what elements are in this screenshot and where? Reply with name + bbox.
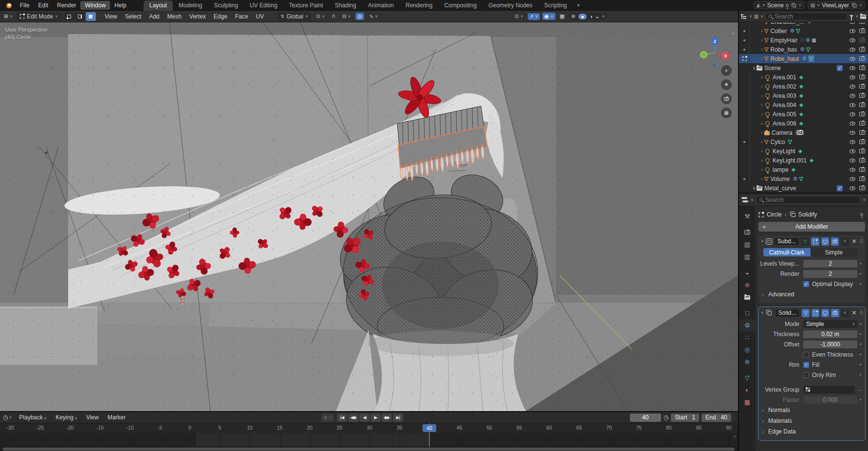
outliner-display-mode-icon[interactable] (741, 14, 747, 19)
snap-with-dropdown[interactable]: ⊟ ∨ (340, 13, 352, 20)
outliner-row-keylight-001[interactable]: ›KeyLight.001◈ (739, 156, 868, 165)
invert-vertex-group-icon[interactable]: ↔ (855, 387, 864, 392)
transform-orientation-dropdown[interactable]: ↯ Global ∨ (277, 12, 311, 21)
disclosure-icon[interactable]: ∨ (752, 65, 757, 71)
hide-viewport-eye-icon[interactable] (850, 159, 855, 162)
current-frame-field[interactable]: 40 (630, 414, 661, 422)
sidebar-collapse-arrow[interactable]: ‹ (732, 30, 734, 36)
close-icon[interactable]: ✕ (851, 309, 858, 316)
tab-output[interactable]: ▤ (739, 238, 756, 251)
advanced-section[interactable]: › Advanced (758, 289, 865, 300)
viewport-menu-select[interactable]: Select (121, 12, 145, 21)
disclosure-icon[interactable]: › (759, 158, 764, 163)
hide-viewport-eye-icon[interactable] (850, 186, 855, 190)
snap-toggle[interactable]: ∪ (330, 13, 337, 20)
hide-viewport-eye-icon[interactable] (850, 29, 855, 33)
proportional-falloff-dropdown[interactable]: ∿ ∨ (367, 13, 380, 20)
viewport-menu-face[interactable]: Face (231, 12, 252, 21)
pin-icon[interactable] (860, 213, 863, 216)
animate-dot-icon[interactable]: • (857, 331, 864, 337)
outliner-row-area-004[interactable]: ›Area.004◈ (739, 100, 868, 109)
solid-shading-button[interactable]: ● (578, 14, 587, 19)
jump-start-button[interactable]: |◀ (337, 414, 347, 422)
hide-viewport-eye-icon[interactable] (850, 38, 855, 42)
vertex-group-field[interactable] (803, 386, 855, 394)
offset-field[interactable]: -1.0000 (803, 341, 857, 348)
disclosure-icon[interactable]: › (759, 37, 764, 43)
outliner-row-cylco[interactable]: ›▽Cylco▽ (739, 137, 868, 146)
outliner-row-robe-haut[interactable]: ›▽Robe_haut⚙▽ (739, 54, 868, 63)
materials-section[interactable]: ›Materials (758, 415, 865, 426)
disclosure-icon[interactable]: › (759, 28, 764, 34)
edit-cage-toggle[interactable]: ▽ (802, 309, 810, 317)
timeline-menu-playback[interactable]: Playback ∨ (15, 413, 51, 422)
menu-file[interactable]: File (16, 1, 34, 10)
disclosure-icon[interactable]: › (759, 93, 764, 98)
playhead-frame-badge[interactable]: 40 (423, 424, 436, 432)
add-workspace-button[interactable]: + (573, 1, 584, 10)
frame-start-field[interactable]: Start1 (671, 414, 699, 422)
gizmo-z-axis[interactable]: Z (711, 37, 719, 45)
edge-select-button[interactable] (75, 12, 85, 21)
camera-view-button[interactable] (721, 93, 732, 104)
copy-icon[interactable] (853, 4, 856, 7)
properties-search-input[interactable]: Search (756, 196, 860, 204)
disable-render-camera-icon[interactable] (859, 158, 865, 162)
outliner-row-collier[interactable]: ›▽Collier⚙▽ (739, 26, 868, 36)
levels-render-field[interactable]: 2 (803, 270, 857, 278)
blender-logo-icon[interactable] (4, 2, 12, 8)
workspace-tab-animation[interactable]: Animation (362, 0, 400, 11)
disable-render-camera-icon[interactable] (859, 177, 865, 181)
tab-collection[interactable] (739, 291, 756, 303)
pivot-point-dropdown[interactable]: ⊙ ∨ (314, 13, 327, 20)
timeline-menu-marker[interactable]: Marker (103, 413, 130, 422)
material-shading-button[interactable]: ◑ (590, 14, 593, 19)
disclosure-icon[interactable]: › (759, 74, 764, 80)
hide-viewport-eye-icon[interactable] (850, 149, 855, 153)
face-select-button[interactable] (86, 12, 96, 21)
disclosure-icon[interactable]: › (759, 111, 764, 117)
menu-edit[interactable]: Edit (34, 1, 53, 10)
pin-icon[interactable] (786, 4, 789, 7)
outliner-row-emptyhair[interactable]: ›▽EmptyHair∷⚙▦ (739, 36, 868, 45)
collection-checkbox[interactable]: ✓ (837, 185, 843, 191)
prev-keyframe-button[interactable]: ◀◆ (348, 414, 358, 422)
animate-dot-icon[interactable]: • (857, 271, 864, 276)
perspective-toggle-button[interactable]: ▦ (721, 108, 732, 118)
hide-viewport-eye-icon[interactable] (850, 131, 855, 135)
new-collection-icon[interactable] (860, 15, 866, 19)
proportional-edit-toggle[interactable]: ◎ (355, 13, 364, 20)
disable-render-camera-icon[interactable] (859, 66, 865, 70)
chevron-down-icon[interactable]: ∨ (761, 239, 764, 243)
animate-dot-icon[interactable]: • (857, 281, 864, 287)
timeline-scrollbar[interactable] (0, 447, 738, 451)
disclosure-icon[interactable]: › (759, 139, 764, 144)
workspace-tab-shading[interactable]: Shading (329, 0, 362, 11)
outliner-row-area-003[interactable]: ›Area.003◈ (739, 91, 868, 100)
render-display-toggle[interactable] (831, 237, 839, 246)
navigation-gizmo[interactable]: Z X (699, 36, 730, 67)
disable-render-camera-icon[interactable] (859, 121, 865, 126)
gizmo-x-axis[interactable]: X (721, 52, 730, 60)
ruler-collapse-arrow[interactable]: ‹ (734, 433, 736, 439)
solidify-modifier-header[interactable]: ∨ Solid... ▽ ∨ ✕ ⠿ (758, 307, 865, 319)
workspace-tab-layout[interactable]: Layout (144, 0, 173, 11)
disclosure-icon[interactable]: › (759, 102, 764, 108)
copy-icon[interactable] (793, 4, 796, 7)
modifier-extras-dropdown[interactable]: ∨ (841, 237, 849, 246)
delete-scene-icon[interactable]: × (798, 2, 802, 9)
hide-viewport-eye-icon[interactable] (850, 22, 855, 24)
menu-window[interactable]: Window (80, 1, 110, 10)
animate-dot-icon[interactable]: • (857, 397, 864, 402)
outliner-row-scene[interactable]: ∨Scene✓ (739, 63, 868, 72)
timeline-menu-keying[interactable]: Keying ∨ (51, 413, 82, 422)
workspace-tab-uv-editing[interactable]: UV Editing (244, 0, 283, 11)
drag-handle-icon[interactable]: ⠿ (860, 239, 863, 244)
animate-dot-icon[interactable]: • (857, 352, 864, 357)
close-icon[interactable]: ✕ (851, 238, 858, 245)
editmode-display-toggle[interactable] (812, 309, 819, 317)
auto-keying-button[interactable]: ○ ∨ (321, 414, 334, 422)
timeline-editor-icon[interactable]: ◷ (3, 415, 8, 420)
tab-view-layer[interactable]: ▥ (739, 251, 756, 263)
outliner-row-robe-bas[interactable]: ›▽Robe_bas⚙▽ (739, 45, 868, 54)
